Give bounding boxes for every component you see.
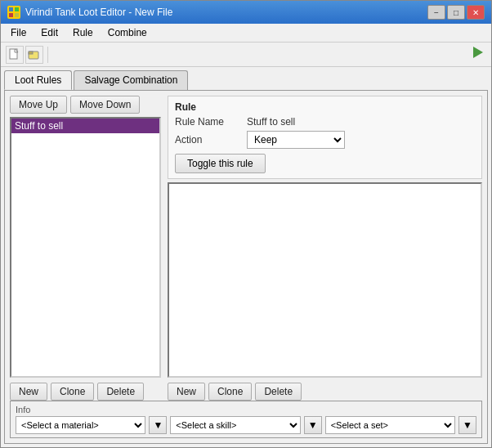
list-item[interactable]: Stuff to sell [11, 119, 159, 133]
toolbar-forward-icon[interactable] [468, 43, 486, 65]
tab-loot-rules[interactable]: Loot Rules [4, 70, 72, 90]
svg-rect-2 [9, 13, 13, 17]
left-pane-bottom-buttons: New Clone Delete [10, 383, 161, 401]
rule-name-row: Rule Name Stuff to sell [175, 116, 475, 128]
two-pane: Move Up Move Down Stuff to sell New Clon… [10, 96, 482, 401]
menu-rule[interactable]: Rule [66, 25, 100, 40]
right-delete-button[interactable]: Delete [255, 383, 302, 401]
tab-salvage-combination[interactable]: Salvage Combination [74, 70, 188, 90]
left-clone-button[interactable]: Clone [51, 383, 94, 401]
set-small-btn[interactable]: ▼ [458, 416, 476, 434]
rule-name-value: Stuff to sell [247, 116, 295, 128]
rule-name-label: Rule Name [175, 116, 240, 128]
toolbar-separator [47, 47, 48, 63]
material-select[interactable]: <Select a material> [16, 416, 145, 434]
tabs: Loot Rules Salvage Combination [4, 70, 488, 91]
toggle-rule-button[interactable]: Toggle this rule [175, 154, 266, 173]
left-pane: Move Up Move Down Stuff to sell New Clon… [10, 96, 161, 401]
info-label: Info [16, 405, 476, 414]
set-select[interactable]: <Select a set> [325, 416, 455, 434]
rule-section-title: Rule [175, 101, 475, 113]
minimize-button[interactable]: − [427, 5, 445, 20]
info-bar: Info <Select a material> ▼ <Select a ski… [10, 401, 482, 438]
menu-bar: File Edit Rule Combine [1, 24, 491, 43]
toolbar-open-btn[interactable] [25, 46, 43, 64]
app-icon [7, 6, 20, 19]
material-small-btn[interactable]: ▼ [149, 416, 167, 434]
title-buttons: − □ ✕ [427, 5, 485, 20]
menu-combine[interactable]: Combine [101, 25, 154, 40]
menu-edit[interactable]: Edit [34, 25, 65, 40]
title-bar: Virindi Tank Loot Editor - New File − □ … [1, 1, 491, 24]
window-title: Virindi Tank Loot Editor - New File [25, 7, 172, 18]
main-content: Loot Rules Salvage Combination Move Up M… [1, 67, 491, 447]
right-pane-bottom-buttons: New Clone Delete [168, 383, 482, 401]
close-button[interactable]: ✕ [467, 5, 485, 20]
maximize-button[interactable]: □ [447, 5, 465, 20]
svg-marker-7 [473, 47, 483, 58]
svg-rect-0 [9, 7, 13, 11]
right-clone-button[interactable]: Clone [208, 383, 252, 401]
action-row: Action Keep Sell Salvage Ignore [175, 131, 475, 149]
move-up-button[interactable]: Move Up [10, 96, 67, 114]
skill-small-btn[interactable]: ▼ [304, 416, 322, 434]
toolbar-new-btn[interactable] [6, 46, 24, 64]
left-pane-top-buttons: Move Up Move Down [10, 96, 161, 114]
right-pane: Rule Rule Name Stuff to sell Action Keep… [168, 96, 482, 401]
action-label: Action [175, 134, 240, 146]
title-bar-left: Virindi Tank Loot Editor - New File [7, 6, 172, 19]
skill-select[interactable]: <Select a skill> [170, 416, 300, 434]
svg-rect-3 [15, 13, 19, 17]
menu-file[interactable]: File [4, 25, 33, 40]
move-down-button[interactable]: Move Down [70, 96, 140, 114]
main-window: Virindi Tank Loot Editor - New File − □ … [0, 0, 492, 448]
svg-rect-6 [29, 52, 33, 54]
rule-section: Rule Rule Name Stuff to sell Action Keep… [168, 96, 482, 179]
rules-list[interactable]: Stuff to sell [10, 117, 161, 378]
toolbar [1, 43, 491, 67]
left-new-button[interactable]: New [10, 383, 47, 401]
content-area: Move Up Move Down Stuff to sell New Clon… [4, 91, 488, 444]
action-select[interactable]: Keep Sell Salvage Ignore [247, 131, 345, 149]
svg-rect-4 [10, 49, 17, 59]
svg-rect-1 [15, 7, 19, 11]
conditions-box[interactable] [168, 182, 482, 378]
left-delete-button[interactable]: Delete [97, 383, 144, 401]
right-new-button[interactable]: New [168, 383, 205, 401]
info-row: <Select a material> ▼ <Select a skill> ▼… [16, 416, 476, 434]
